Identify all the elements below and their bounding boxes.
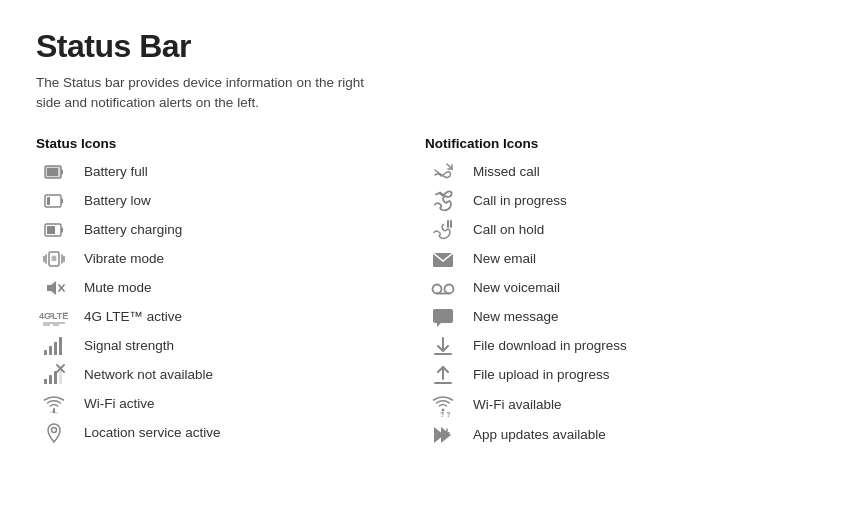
subtitle: The Status bar provides device informati… xyxy=(36,73,376,114)
vibrate-label: Vibrate mode xyxy=(84,251,164,266)
svg-rect-2 xyxy=(47,168,58,176)
list-item: Call on hold xyxy=(425,219,814,241)
svg-rect-32 xyxy=(54,371,57,384)
voicemail-icon xyxy=(425,277,461,299)
wifi-active-label: Wi-Fi active xyxy=(84,396,155,411)
svg-marker-54 xyxy=(441,427,451,443)
status-icons-column: Status Icons Battery full xyxy=(36,136,425,453)
mute-label: Mute mode xyxy=(84,280,152,295)
list-item: 4G s LTE ™ 4G LTE™ active xyxy=(36,306,425,328)
svg-rect-27 xyxy=(49,346,52,355)
list-item: App updates available xyxy=(425,424,814,446)
call-label: Call in progress xyxy=(473,193,567,208)
message-label: New message xyxy=(473,309,559,324)
missed-call-label: Missed call xyxy=(473,164,540,179)
svg-rect-30 xyxy=(44,379,47,384)
wifi-available-icon: ? ? xyxy=(425,393,461,417)
message-icon xyxy=(425,306,461,328)
no-network-label: Network not available xyxy=(84,367,213,382)
svg-point-43 xyxy=(445,284,454,293)
list-item: Call in progress xyxy=(425,190,814,212)
no-network-icon xyxy=(36,364,72,386)
list-item: ? ? Wi-Fi available xyxy=(425,393,814,417)
battery-low-icon xyxy=(36,190,72,212)
voicemail-label: New voicemail xyxy=(473,280,560,295)
location-icon xyxy=(36,422,72,444)
4g-lte-icon: 4G s LTE ™ xyxy=(36,306,72,328)
list-item: New email xyxy=(425,248,814,270)
app-updates-label: App updates available xyxy=(473,427,606,442)
notification-icons-header: Notification Icons xyxy=(425,136,814,151)
svg-rect-9 xyxy=(61,227,63,232)
svg-rect-26 xyxy=(44,350,47,355)
list-item: File download in progress xyxy=(425,335,814,357)
battery-charging-icon xyxy=(36,219,72,241)
vibrate-icon xyxy=(36,248,72,270)
battery-full-label: Battery full xyxy=(84,164,148,179)
download-label: File download in progress xyxy=(473,338,627,353)
svg-text:™: ™ xyxy=(62,311,68,317)
list-item: Vibrate mode xyxy=(36,248,425,270)
svg-point-42 xyxy=(433,284,442,293)
email-icon xyxy=(425,248,461,270)
missed-call-icon xyxy=(425,161,461,183)
notification-icons-column: Notification Icons Missed call Call in p… xyxy=(425,136,814,453)
4g-lte-label: 4G LTE™ active xyxy=(84,309,182,324)
battery-low-label: Battery low xyxy=(84,193,151,208)
list-item: Location service active xyxy=(36,422,425,444)
wifi-active-icon xyxy=(36,393,72,415)
call-hold-label: Call on hold xyxy=(473,222,544,237)
wifi-available-label: Wi-Fi available xyxy=(473,397,562,412)
email-label: New email xyxy=(473,251,536,266)
svg-point-37 xyxy=(52,427,57,432)
svg-marker-46 xyxy=(437,323,441,327)
status-icons-header: Status Icons xyxy=(36,136,425,151)
list-item: Mute mode xyxy=(36,277,425,299)
upload-label: File upload in progress xyxy=(473,367,610,382)
svg-rect-31 xyxy=(49,375,52,384)
list-item: Battery low xyxy=(36,190,425,212)
signal-icon xyxy=(36,335,72,357)
signal-label: Signal strength xyxy=(84,338,174,353)
list-item: Network not available xyxy=(36,364,425,386)
list-item: New message xyxy=(425,306,814,328)
battery-charging-label: Battery charging xyxy=(84,222,182,237)
page-title: Status Bar xyxy=(36,28,814,65)
upload-icon xyxy=(425,364,461,386)
list-item: Wi-Fi active xyxy=(36,393,425,415)
list-item: Battery charging xyxy=(36,219,425,241)
svg-rect-5 xyxy=(47,197,50,205)
call-hold-icon xyxy=(425,219,461,241)
svg-rect-28 xyxy=(54,342,57,355)
svg-rect-6 xyxy=(61,198,63,203)
list-item: File upload in progress xyxy=(425,364,814,386)
svg-rect-29 xyxy=(59,337,62,355)
svg-rect-3 xyxy=(61,169,63,174)
svg-text:? ?: ? ? xyxy=(440,411,451,417)
list-item: New voicemail xyxy=(425,277,814,299)
location-label: Location service active xyxy=(84,425,221,440)
list-item: Battery full xyxy=(36,161,425,183)
app-updates-icon xyxy=(425,424,461,446)
list-item: Signal strength xyxy=(36,335,425,357)
list-item: Missed call xyxy=(425,161,814,183)
svg-rect-45 xyxy=(433,309,453,323)
call-icon xyxy=(425,190,461,212)
mute-icon xyxy=(36,277,72,299)
download-icon xyxy=(425,335,461,357)
battery-full-icon xyxy=(36,161,72,183)
